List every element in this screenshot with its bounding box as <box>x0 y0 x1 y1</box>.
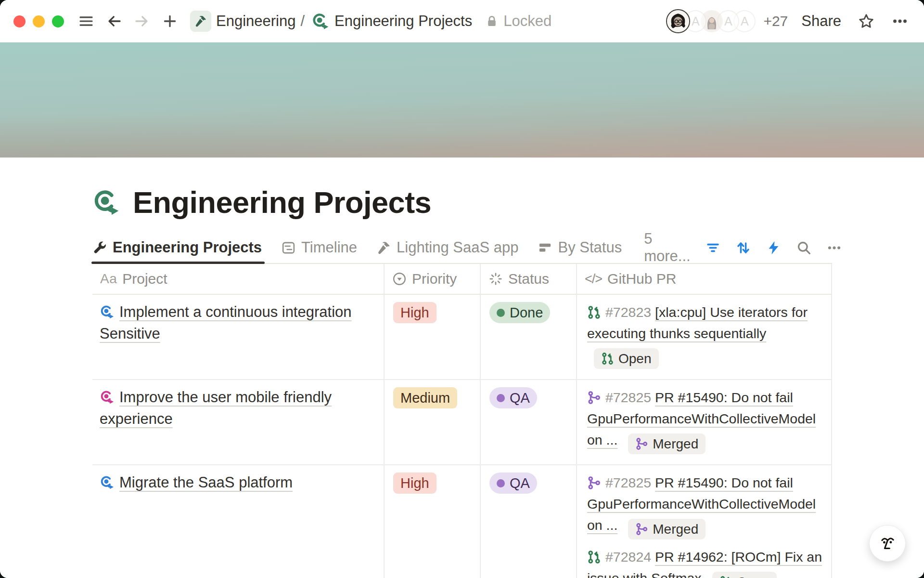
pull-request-merged-icon <box>635 437 648 450</box>
code-icon: </> <box>585 272 602 287</box>
status-tag[interactable]: QA <box>489 473 537 494</box>
pr-number: #72823 <box>605 304 651 320</box>
sidebar-menu-icon[interactable] <box>77 12 96 31</box>
sort-icon[interactable] <box>735 239 751 256</box>
titlebar: Engineering / Engineering Projects Locke… <box>0 0 924 42</box>
zoom-window-button[interactable] <box>52 15 64 27</box>
pr-entry: #72825PR #15490: Do not fail GpuPerforma… <box>587 472 823 539</box>
github-pr-cell[interactable]: #72825PR #15490: Do not fail GpuPerforma… <box>577 465 832 578</box>
project-cell[interactable]: Migrate the SaaS platform <box>92 465 385 578</box>
tab-by-status[interactable]: By Status <box>538 232 622 263</box>
pull-request-merged-icon <box>635 523 648 536</box>
github-pr-cell[interactable]: #72825PR #15490: Do not fail GpuPerforma… <box>577 380 832 465</box>
pr-number: #72825 <box>605 390 651 405</box>
page-cover-image[interactable] <box>0 42 924 158</box>
new-page-icon[interactable] <box>160 12 180 31</box>
status-tag[interactable]: QA <box>489 387 537 408</box>
status-cell[interactable]: Done <box>481 295 577 380</box>
page-title: Engineering Projects <box>133 185 431 220</box>
more-views-button[interactable]: 5 more... <box>644 230 690 265</box>
app-window: Engineering / Engineering Projects Locke… <box>0 0 924 578</box>
tab-timeline[interactable]: Timeline <box>281 232 357 263</box>
tab-lighting-saas-app[interactable]: Lighting SaaS app <box>376 232 518 263</box>
status-dot <box>497 309 505 317</box>
priority-cell[interactable]: Medium <box>385 380 481 465</box>
forward-icon[interactable] <box>132 12 152 31</box>
lock-icon <box>485 14 499 28</box>
column-header-github-pr[interactable]: </> GitHub PR <box>577 264 832 295</box>
select-icon <box>392 272 407 286</box>
database-views-bar: Engineering Projects Timeline Lighting S… <box>92 232 832 264</box>
pull-request-open-icon <box>719 576 732 578</box>
priority-tag[interactable]: Medium <box>393 387 457 408</box>
back-icon[interactable] <box>104 12 124 31</box>
more-options-icon[interactable] <box>890 12 910 31</box>
project-page-icon <box>100 303 115 318</box>
project-cell[interactable]: Implement a continuous integration Sensi… <box>92 295 385 380</box>
table-row: Migrate the SaaS platform High QA #72825… <box>92 465 832 578</box>
breadcrumb-separator: / <box>300 13 305 30</box>
pull-request-open-icon <box>601 352 614 365</box>
pr-state-badge[interactable]: Merged <box>628 434 706 454</box>
pull-request-merged-icon <box>587 474 601 488</box>
wrench-icon <box>92 240 107 255</box>
share-button[interactable]: Share <box>801 13 841 30</box>
project-title-link[interactable]: Improve the user mobile friendly experie… <box>100 389 332 427</box>
avatar-overflow-count[interactable]: +27 <box>763 13 788 29</box>
filter-icon[interactable] <box>705 239 721 256</box>
project-title-link[interactable]: Implement a continuous integration Sensi… <box>100 303 352 342</box>
board-icon <box>538 240 552 255</box>
project-title-link[interactable]: Migrate the SaaS platform <box>119 474 293 491</box>
status-spinner-icon <box>488 272 503 286</box>
table-row: Improve the user mobile friendly experie… <box>92 380 832 465</box>
automation-bolt-icon[interactable] <box>766 239 782 256</box>
page-header: Engineering Projects <box>92 184 924 221</box>
minimize-window-button[interactable] <box>33 15 45 27</box>
close-window-button[interactable] <box>13 15 26 27</box>
breadcrumb-workspace[interactable]: Engineering <box>216 13 295 30</box>
project-page-icon <box>100 389 115 404</box>
locked-indicator[interactable]: Locked <box>485 13 552 30</box>
page-icon[interactable] <box>92 188 120 216</box>
column-header-priority[interactable]: Priority <box>385 264 481 295</box>
status-dot <box>497 394 505 402</box>
priority-cell[interactable]: High <box>385 295 481 380</box>
table-row: Implement a continuous integration Sensi… <box>92 295 832 380</box>
timeline-icon <box>281 240 296 255</box>
column-header-status[interactable]: Status <box>481 264 577 295</box>
locked-label: Locked <box>503 13 552 30</box>
pr-state-badge[interactable]: Merged <box>628 519 706 539</box>
breadcrumb-page[interactable]: Engineering Projects <box>334 13 472 30</box>
priority-tag[interactable]: High <box>393 473 436 494</box>
page-content: Engineering Projects Engineering Project… <box>0 184 924 578</box>
database-table: Aa Project Priority Status </> GitHub PR <box>92 264 832 578</box>
notion-ai-button[interactable] <box>869 525 906 562</box>
favorite-star-icon[interactable] <box>857 12 876 31</box>
search-icon[interactable] <box>796 239 812 256</box>
priority-tag[interactable]: High <box>393 302 436 323</box>
pr-number: #72825 <box>605 475 651 490</box>
traffic-lights <box>13 15 64 27</box>
hammer-icon <box>376 240 391 255</box>
workspace-hammer-icon[interactable] <box>190 11 211 32</box>
view-options-icon[interactable] <box>826 239 842 256</box>
pr-state-badge[interactable]: Open <box>712 572 777 578</box>
table-header-row: Aa Project Priority Status </> GitHub PR <box>92 264 832 295</box>
avatar[interactable] <box>666 9 690 33</box>
tab-engineering-projects[interactable]: Engineering Projects <box>92 232 262 263</box>
collaborator-avatars[interactable]: A A A <box>666 9 756 33</box>
project-page-icon <box>100 474 115 489</box>
notion-ai-face-icon <box>876 532 898 554</box>
status-cell[interactable]: QA <box>481 465 577 578</box>
priority-cell[interactable]: High <box>385 465 481 578</box>
pull-request-open-icon <box>587 304 601 318</box>
pr-entry: #72823[xla:cpu] Use iterators for execut… <box>587 302 823 369</box>
status-cell[interactable]: QA <box>481 380 577 465</box>
pr-entry: #72824PR #14962: [ROCm] Fix an issue wit… <box>587 546 823 578</box>
github-pr-cell[interactable]: #72823[xla:cpu] Use iterators for execut… <box>577 295 832 380</box>
pull-request-merged-icon <box>587 389 601 403</box>
column-header-project[interactable]: Aa Project <box>92 264 385 295</box>
pr-state-badge[interactable]: Open <box>594 348 659 369</box>
status-tag[interactable]: Done <box>489 302 550 323</box>
project-cell[interactable]: Improve the user mobile friendly experie… <box>92 380 385 465</box>
